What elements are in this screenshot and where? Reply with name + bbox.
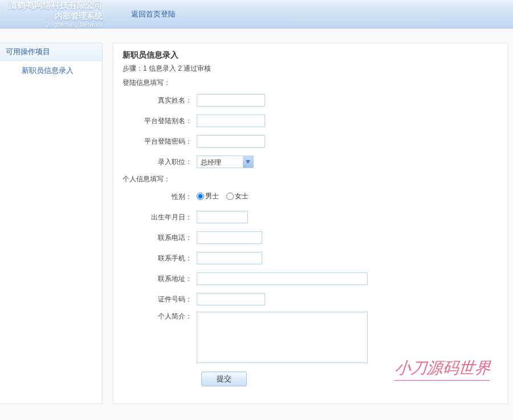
- login-password-input[interactable]: [197, 135, 265, 148]
- birthdate-input[interactable]: [197, 211, 248, 223]
- logo-english: Qingheming Network: [6, 21, 103, 28]
- gender-female-label: 女士: [235, 191, 249, 201]
- gender-male-radio[interactable]: [197, 193, 204, 200]
- page-title: 新职员信息录入: [123, 50, 499, 60]
- login-section-label: 登陆信息填写：: [123, 78, 499, 88]
- mobile-input[interactable]: [197, 252, 262, 264]
- sidebar-title: 可用操作项目: [0, 43, 102, 61]
- main-panel: 新职员信息录入 步骤：1 信息录入 2 通过审核 登陆信息填写： 真实姓名： 平…: [113, 43, 508, 404]
- form-steps: 步骤：1 信息录入 2 通过审核: [123, 64, 499, 74]
- row-login-pwd: 平台登陆密码：: [123, 133, 499, 149]
- row-phone: 联系电话：: [123, 230, 499, 246]
- row-id-number: 证件号码：: [123, 291, 499, 307]
- gender-female-option[interactable]: 女士: [226, 191, 249, 201]
- sidebar-item-new-employee[interactable]: 新职员信息录入: [0, 61, 102, 81]
- row-birthdate: 出生年月日：: [123, 209, 499, 225]
- submit-button[interactable]: 提交: [201, 372, 247, 386]
- gender-male-option[interactable]: 男士: [197, 191, 219, 201]
- label-id-number: 证件号码：: [123, 295, 197, 304]
- gender-female-radio[interactable]: [226, 193, 234, 200]
- label-address: 联系地址：: [123, 274, 197, 284]
- phone-input[interactable]: [197, 231, 262, 244]
- label-gender: 性别：: [123, 192, 197, 202]
- label-login-pwd: 平台登陆密码：: [123, 137, 197, 146]
- label-login-alias: 平台登陆别名：: [123, 116, 197, 126]
- row-position: 录入职位： 总经理: [123, 154, 499, 170]
- label-bio: 个人简介：: [123, 312, 197, 321]
- content-wrap: 可用操作项目 新职员信息录入 新职员信息录入 步骤：1 信息录入 2 通过审核 …: [0, 28, 513, 404]
- bio-textarea[interactable]: [197, 312, 368, 363]
- login-alias-input[interactable]: [197, 115, 265, 127]
- chevron-down-icon[interactable]: [243, 156, 253, 168]
- row-gender: 性别： 男士 女士: [123, 189, 499, 205]
- back-to-home-link[interactable]: 返回首页登陆: [108, 9, 176, 19]
- id-number-input[interactable]: [197, 293, 265, 305]
- real-name-input[interactable]: [197, 94, 265, 107]
- header-bar: 清鹤鸣网络科技有限公司 内部管理系统 Qingheming Network 返回…: [0, 0, 513, 28]
- row-real-name: 真实姓名：: [123, 92, 499, 108]
- label-phone: 联系电话：: [123, 233, 197, 243]
- label-birthdate: 出生年月日：: [123, 213, 197, 222]
- sidebar: 可用操作项目 新职员信息录入: [0, 43, 103, 404]
- logo-area: 清鹤鸣网络科技有限公司 内部管理系统 Qingheming Network: [6, 0, 108, 28]
- row-address: 联系地址：: [123, 271, 499, 287]
- label-mobile: 联系手机：: [123, 254, 197, 263]
- label-real-name: 真实姓名：: [123, 96, 197, 105]
- row-login-alias: 平台登陆别名：: [123, 113, 499, 129]
- position-select[interactable]: 总经理: [197, 156, 254, 168]
- logo-system: 内部管理系统: [6, 11, 103, 21]
- row-mobile: 联系手机：: [123, 250, 499, 266]
- address-input[interactable]: [197, 272, 368, 285]
- position-select-value: 总经理: [197, 156, 243, 168]
- watermark: 小刀源码世界: [394, 357, 492, 381]
- label-position: 录入职位：: [123, 157, 197, 167]
- gender-male-label: 男士: [205, 191, 219, 201]
- personal-section-label: 个人信息填写：: [123, 174, 499, 184]
- logo-company: 清鹤鸣网络科技有限公司: [6, 0, 103, 11]
